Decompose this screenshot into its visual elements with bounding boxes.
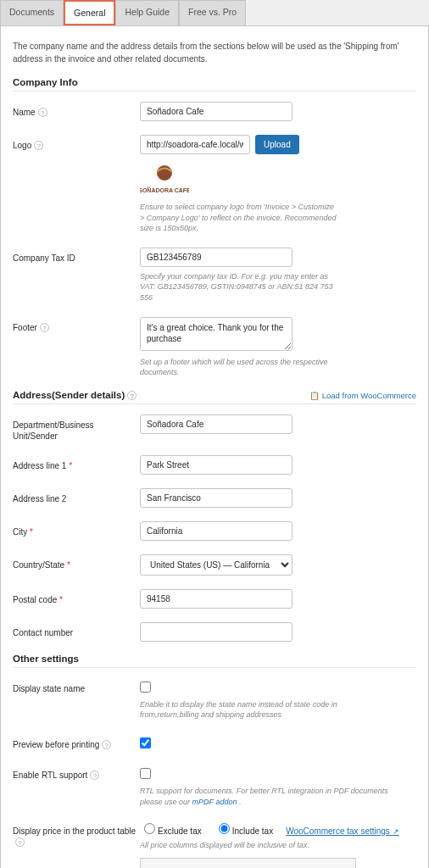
textarea-footer[interactable]: It's a great choice. Thank you for the p… [140,317,292,351]
display-state-description: Enable it to display the state name inst… [140,699,394,721]
input-address-line1[interactable] [140,455,292,475]
help-icon[interactable]: ? [34,141,43,150]
input-company-name[interactable] [140,102,292,121]
section-address: Address(Sender details)? 📋 Load from Woo… [13,390,416,404]
load-from-woocommerce-link[interactable]: 📋 Load from WooCommerce [309,391,416,400]
label-rtl: Enable RTL support? [13,765,140,781]
label-department: Department/Business Unit/Sender [13,415,140,442]
label-display-price: Display price in the product table? [13,821,140,848]
checkbox-preview-print[interactable] [140,737,151,748]
checkbox-rtl[interactable] [140,768,151,779]
section-company-info: Company Info [13,77,416,92]
help-icon[interactable]: ? [127,391,136,400]
input-address-line2[interactable] [140,488,292,508]
tax-id-description: Specify your company tax ID. For e.g. yo… [140,271,339,303]
input-postal[interactable] [140,589,292,609]
label-city: City * [13,521,140,537]
radio-include-tax[interactable] [219,823,230,834]
intro-text: The company name and the address details… [13,40,416,65]
label-address-line1: Address line 1 * [13,455,140,471]
price-preview-table: PRODUCT QUANTITY PRICE TOTAL PRICE Produ… [140,858,356,868]
input-contact[interactable] [140,622,292,642]
help-icon[interactable]: ? [102,740,111,749]
label-preview-print: Preview before printing? [13,734,140,750]
select-country-state[interactable]: United States (US) — California [140,554,292,576]
logo-description: Ensure to select company logo from 'Invo… [140,202,339,234]
help-icon[interactable]: ? [15,837,25,847]
label-logo: Logo? [13,135,140,151]
rtl-description: RTL support for documents. For better RT… [140,786,394,807]
label-footer: Footer? [13,317,140,333]
input-department[interactable] [140,415,292,434]
radio-include-tax-label[interactable]: Include tax [214,826,273,836]
logo-preview: SOÑADORA CAFE [140,163,189,197]
mpdf-addon-link[interactable]: mPDF addon . [192,798,242,806]
footer-description: Set up a footer which will be used acros… [140,357,339,378]
label-tax-id: Company Tax ID [13,248,140,264]
price-description: All price columns displayed will be incl… [140,840,394,851]
label-name: Name? [13,102,140,118]
section-other-settings: Other settings [13,654,416,668]
input-city[interactable] [140,521,292,541]
input-tax-id[interactable] [140,248,292,267]
label-display-state: Display state name [13,678,140,694]
tab-general[interactable]: General [64,0,115,25]
tab-documents[interactable]: Documents [0,0,64,25]
checkbox-display-state[interactable] [140,682,151,693]
help-icon[interactable]: ? [38,108,47,117]
tab-free-vs-pro[interactable]: Free vs. Pro [179,0,246,25]
settings-tabs: Documents General Help Guide Free vs. Pr… [0,0,429,25]
upload-button[interactable]: Upload [255,135,299,154]
label-postal: Postal code * [13,589,140,605]
label-country-state: Country/State * [13,554,140,570]
woocommerce-tax-settings-link[interactable]: WooCommerce tax settings ↗ [286,826,398,836]
radio-exclude-tax[interactable] [144,823,155,834]
help-icon[interactable]: ? [90,771,99,780]
help-icon[interactable]: ? [40,323,49,332]
input-logo-url[interactable] [140,135,250,154]
radio-exclude-tax-label[interactable]: Exclude tax [140,826,202,836]
label-contact: Contact number [13,622,140,638]
external-link-icon: ↗ [393,827,399,836]
settings-panel: The company name and the address details… [0,25,429,868]
label-address-line2: Address line 2 [13,488,140,504]
svg-text:SOÑADORA CAFE: SOÑADORA CAFE [140,186,189,193]
tab-help-guide[interactable]: Help Guide [115,0,179,25]
